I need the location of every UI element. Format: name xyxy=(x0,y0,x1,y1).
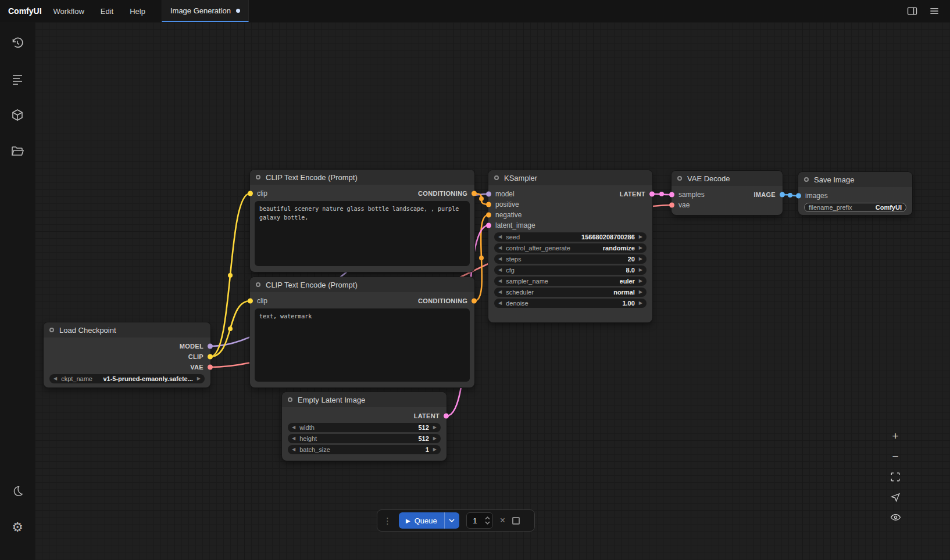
output-port-conditioning[interactable] xyxy=(472,299,477,304)
output-port-latent[interactable] xyxy=(649,192,655,197)
prev-value-icon[interactable]: ◀ xyxy=(498,246,502,250)
prev-value-icon[interactable]: ◀ xyxy=(53,376,57,381)
input-port-vae[interactable] xyxy=(669,203,674,208)
decrement-icon[interactable]: ◀ xyxy=(292,447,295,452)
widget-scheduler[interactable]: ◀ scheduler normal ▶ xyxy=(494,288,647,297)
node-canvas[interactable]: CLIP Text Encode (Prompt) clip CONDITION… xyxy=(35,22,950,560)
sidebar-item-model-library[interactable] xyxy=(6,103,29,127)
node-header[interactable]: Load Checkpoint xyxy=(44,322,210,338)
queue-options-button[interactable] xyxy=(444,512,459,529)
widget-value[interactable]: 1 xyxy=(426,446,429,453)
zoom-out-button[interactable]: − xyxy=(887,449,903,464)
widget-value[interactable]: randomize xyxy=(603,245,635,252)
node-header[interactable]: CLIP Text Encode (Prompt) xyxy=(250,170,474,185)
widget-value[interactable]: 8.0 xyxy=(626,267,635,274)
node-header[interactable]: VAE Decode xyxy=(672,171,783,186)
widget-width[interactable]: ◀ width 512 ▶ xyxy=(288,423,441,432)
widget-cfg[interactable]: ◀ cfg 8.0 ▶ xyxy=(494,265,647,275)
next-value-icon[interactable]: ▶ xyxy=(639,290,642,295)
output-port-clip[interactable] xyxy=(208,354,213,360)
menu-button[interactable] xyxy=(927,3,942,19)
panel-toggle-button[interactable] xyxy=(905,3,920,19)
increment-icon[interactable]: ▶ xyxy=(639,268,642,272)
output-port-conditioning[interactable] xyxy=(472,191,477,196)
stepper-up-icon[interactable] xyxy=(485,516,490,520)
menu-workflow[interactable]: Workflow xyxy=(53,7,84,16)
widget-seed[interactable]: ◀ seed 156680208700286 ▶ xyxy=(494,232,647,242)
widget-control-after-generate[interactable]: ◀ control_after_generate randomize ▶ xyxy=(494,243,647,253)
clear-queue-button[interactable]: × xyxy=(500,516,505,525)
batch-count-input[interactable]: 1 xyxy=(466,512,493,529)
widget-value[interactable]: 156680208700286 xyxy=(581,234,635,240)
settings-button[interactable]: ⚙ xyxy=(6,516,29,539)
prompt-textarea[interactable]: text, watermark xyxy=(255,308,470,382)
collapse-dot-icon[interactable] xyxy=(677,176,682,181)
widget-ckpt-name[interactable]: ◀ ckpt_name v1-5-pruned-emaonly.safete..… xyxy=(49,374,205,383)
drag-handle-icon[interactable]: ⋮ xyxy=(383,516,392,525)
node-header[interactable]: Save Image xyxy=(798,172,912,187)
collapse-dot-icon[interactable] xyxy=(288,397,292,402)
increment-icon[interactable]: ▶ xyxy=(639,301,642,306)
zoom-in-button[interactable]: + xyxy=(887,429,903,443)
node-ksampler[interactable]: KSampler model LATENT positive negative xyxy=(488,170,652,322)
output-port-model[interactable] xyxy=(208,344,213,349)
sidebar-item-queue-history[interactable] xyxy=(6,31,29,55)
app-logo[interactable]: ComfyUI xyxy=(0,0,50,22)
node-load-checkpoint[interactable]: Load Checkpoint MODEL CLIP VAE ◀ ckpt_n xyxy=(44,322,210,387)
menu-edit[interactable]: Edit xyxy=(101,7,113,16)
fit-view-button[interactable] xyxy=(887,469,903,484)
next-value-icon[interactable]: ▶ xyxy=(639,246,642,250)
widget-filename-prefix[interactable]: filename_prefix ComfyUI xyxy=(804,203,906,212)
node-header[interactable]: CLIP Text Encode (Prompt) xyxy=(250,277,474,292)
widget-value[interactable]: 20 xyxy=(628,256,635,263)
widget-height[interactable]: ◀ height 512 ▶ xyxy=(288,434,441,443)
decrement-icon[interactable]: ◀ xyxy=(498,235,502,239)
prompt-textarea[interactable]: beautiful scenery nature glass bottle la… xyxy=(255,201,470,266)
stepper-down-icon[interactable] xyxy=(485,521,490,525)
prev-value-icon[interactable]: ◀ xyxy=(498,290,502,295)
stop-button[interactable] xyxy=(512,517,520,525)
node-empty-latent-image[interactable]: Empty Latent Image LATENT ◀ width 512 ▶ … xyxy=(282,392,447,461)
input-port-clip[interactable] xyxy=(248,299,253,304)
collapse-dot-icon[interactable] xyxy=(256,175,260,180)
node-clip-text-encode-positive[interactable]: CLIP Text Encode (Prompt) clip CONDITION… xyxy=(250,170,474,272)
decrement-icon[interactable]: ◀ xyxy=(292,425,295,430)
widget-value[interactable]: ComfyUI xyxy=(876,204,902,211)
widget-steps[interactable]: ◀ steps 20 ▶ xyxy=(494,254,647,264)
input-port-positive[interactable] xyxy=(486,202,491,207)
decrement-icon[interactable]: ◀ xyxy=(498,268,502,272)
input-port-negative[interactable] xyxy=(486,213,491,218)
increment-icon[interactable]: ▶ xyxy=(433,425,437,430)
widget-value[interactable]: 512 xyxy=(418,424,428,431)
collapse-dot-icon[interactable] xyxy=(49,328,54,332)
widget-value[interactable]: euler xyxy=(620,278,635,285)
node-header[interactable]: Empty Latent Image xyxy=(282,392,447,407)
widget-batch-size[interactable]: ◀ batch_size 1 ▶ xyxy=(288,445,441,454)
widget-denoise[interactable]: ◀ denoise 1.00 ▶ xyxy=(494,299,647,308)
toggle-visibility-button[interactable] xyxy=(887,510,903,525)
input-port-images[interactable] xyxy=(796,193,801,199)
theme-toggle-button[interactable] xyxy=(6,480,29,503)
node-clip-text-encode-negative[interactable]: CLIP Text Encode (Prompt) clip CONDITION… xyxy=(250,277,474,387)
collapse-dot-icon[interactable] xyxy=(804,177,809,182)
widget-value[interactable]: v1-5-pruned-emaonly.safete... xyxy=(103,375,192,382)
widget-value[interactable]: 1.00 xyxy=(622,300,634,307)
decrement-icon[interactable]: ◀ xyxy=(498,301,502,306)
queue-button[interactable]: ▶ Queue xyxy=(399,512,459,529)
input-port-model[interactable] xyxy=(486,192,491,197)
increment-icon[interactable]: ▶ xyxy=(433,447,437,452)
node-save-image[interactable]: Save Image images filename_prefix ComfyU… xyxy=(798,172,912,215)
increment-icon[interactable]: ▶ xyxy=(433,436,437,441)
decrement-icon[interactable]: ◀ xyxy=(498,257,502,261)
decrement-icon[interactable]: ◀ xyxy=(292,436,295,441)
output-port-vae[interactable] xyxy=(208,365,213,370)
prev-value-icon[interactable]: ◀ xyxy=(498,279,502,283)
input-port-clip[interactable] xyxy=(248,191,253,196)
input-port-samples[interactable] xyxy=(669,192,674,198)
collapse-dot-icon[interactable] xyxy=(494,175,499,180)
widget-value[interactable]: normal xyxy=(613,289,635,296)
sidebar-item-logs[interactable] xyxy=(6,67,29,91)
output-port-latent[interactable] xyxy=(444,414,449,419)
menu-help[interactable]: Help xyxy=(130,7,145,16)
widget-value[interactable]: 512 xyxy=(418,435,428,442)
